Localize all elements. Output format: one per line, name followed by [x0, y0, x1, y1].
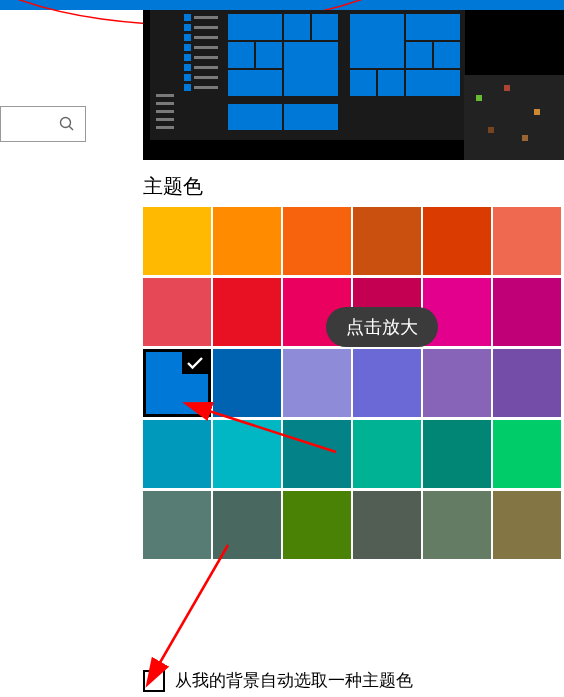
color-swatch[interactable]	[283, 349, 351, 417]
search-icon	[59, 116, 75, 132]
color-swatch[interactable]	[213, 207, 281, 275]
svg-line-4	[158, 545, 228, 666]
color-swatch[interactable]	[283, 207, 351, 275]
color-swatch[interactable]	[213, 420, 281, 488]
color-swatch[interactable]	[353, 349, 421, 417]
auto-pick-color-checkbox[interactable]	[143, 670, 165, 692]
search-input[interactable]	[0, 106, 86, 142]
color-swatch[interactable]	[143, 420, 211, 488]
auto-pick-color-row: 从我的背景自动选取一种主题色	[143, 669, 413, 692]
window-top-bar	[0, 0, 564, 10]
color-swatch[interactable]	[493, 207, 561, 275]
color-swatch[interactable]	[213, 278, 281, 346]
color-swatch[interactable]	[353, 420, 421, 488]
svg-line-2	[69, 126, 73, 130]
svg-point-1	[61, 118, 71, 128]
tooltip-click-to-enlarge: 点击放大	[326, 307, 438, 347]
color-swatch[interactable]	[493, 278, 561, 346]
color-swatch[interactable]	[423, 491, 491, 559]
accent-color-grid	[143, 207, 564, 562]
section-heading-accent-color: 主题色	[143, 173, 203, 200]
theme-preview	[143, 10, 564, 160]
color-swatch[interactable]	[423, 207, 491, 275]
color-swatch[interactable]	[143, 278, 211, 346]
color-swatch[interactable]	[283, 420, 351, 488]
color-swatch[interactable]	[213, 349, 281, 417]
color-swatch[interactable]	[353, 207, 421, 275]
color-swatch[interactable]	[493, 491, 561, 559]
color-swatch[interactable]	[493, 349, 561, 417]
color-swatch[interactable]	[423, 349, 491, 417]
color-swatch[interactable]	[143, 349, 211, 417]
preview-start-menu	[150, 10, 465, 140]
color-swatch[interactable]	[353, 491, 421, 559]
color-swatch[interactable]	[143, 491, 211, 559]
color-swatch[interactable]	[143, 207, 211, 275]
color-swatch[interactable]	[493, 420, 561, 488]
color-swatch[interactable]	[423, 420, 491, 488]
selected-check-icon	[182, 352, 208, 374]
auto-pick-color-label: 从我的背景自动选取一种主题色	[175, 669, 413, 692]
color-swatch[interactable]	[213, 491, 281, 559]
color-swatch[interactable]	[283, 491, 351, 559]
